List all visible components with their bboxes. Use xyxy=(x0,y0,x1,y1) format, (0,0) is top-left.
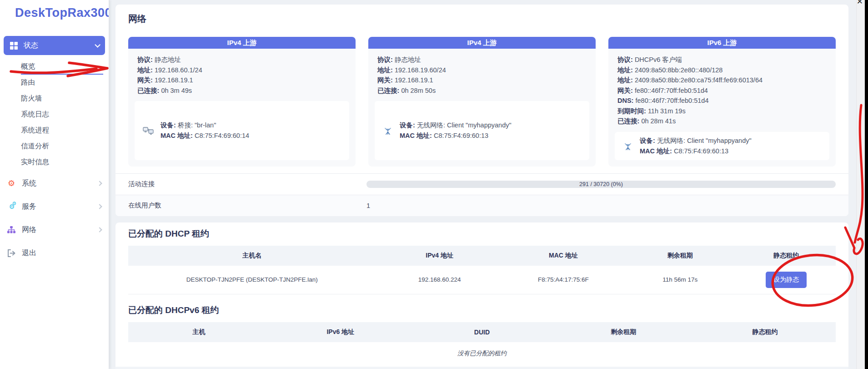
sitemap-icon xyxy=(7,226,16,233)
col-static-lease: 静态租约 xyxy=(737,246,836,266)
online-users-label: 在线用户数 xyxy=(128,201,366,210)
device-value: 桥接: "br-lan" xyxy=(178,121,216,129)
sidebar-group-status-label: 状态 xyxy=(24,41,38,51)
field-value: 2409:8a50:8bb:2e80:ca75:f4ff:fe69:6013/6… xyxy=(635,76,763,84)
empty-row: 没有已分配的租约 xyxy=(128,342,836,365)
field-value: 192.168.19.1 xyxy=(395,76,433,84)
upstream-card-title: IPv4 上游 xyxy=(128,37,356,49)
col-lease-remaining: 剩余租期 xyxy=(553,322,694,342)
device-text: 设备: 无线网络: Client "myhappyandy" MAC 地址: C… xyxy=(640,136,752,157)
cell-lease-remaining: 11h 56m 17s xyxy=(623,266,737,294)
online-users-value: 1 xyxy=(366,202,836,209)
mac-label: MAC 地址: xyxy=(400,132,432,139)
bridge-icon xyxy=(143,126,154,136)
field-label: 地址: xyxy=(137,66,153,74)
col-static-lease: 静态租约 xyxy=(694,322,836,342)
field-value: 192.168.19.60/24 xyxy=(395,66,446,74)
field-value: fe80::46f7:70ff:feb0:51d4 xyxy=(635,87,708,94)
close-icon[interactable]: ✕ xyxy=(857,0,863,6)
gears-icon: ⚙⚙ xyxy=(7,203,16,210)
sidebar-item-routes[interactable]: 路由 xyxy=(21,75,103,91)
sidebar-group-network[interactable]: 网络 xyxy=(0,220,109,240)
device-label: 设备: xyxy=(640,137,655,144)
mac-value: C8:75:F4:69:60:13 xyxy=(434,132,488,139)
sidebar-item-system-log[interactable]: 系统日志 xyxy=(21,106,103,122)
field-value: 0h 28m 50s xyxy=(401,87,436,94)
cell-mac: F8:75:A4:17:75:6F xyxy=(503,266,624,294)
sidebar-item-logout[interactable]: 退出 xyxy=(0,243,109,263)
status-grid-icon xyxy=(10,42,18,50)
progress-text: 291 / 30720 (0%) xyxy=(579,181,623,187)
upstream-card-details: 协议: 静态地址 地址: 192.168.60.1/24 网关: 192.168… xyxy=(128,49,356,96)
set-static-button[interactable]: 设为静态 xyxy=(766,272,807,288)
active-connections-row: 活动连接 291 / 30720 (0%) xyxy=(115,173,848,195)
connections-progress-bar: 291 / 30720 (0%) xyxy=(366,181,836,188)
no-leases-message: 没有已分配的租约 xyxy=(128,342,836,365)
field-value: 静态地址 xyxy=(155,56,181,63)
dhcpv6-leases-table: 主机 IPv6 地址 DUID 剩余租期 静态租约 没有已分配的租约 xyxy=(128,322,836,365)
upstream-card-details: 协议: 静态地址 地址: 192.168.19.60/24 网关: 192.16… xyxy=(368,49,596,96)
sidebar-item-overview[interactable]: 概览 xyxy=(21,59,103,75)
device-text: 设备: 桥接: "br-lan" MAC 地址: C8:75:F4:69:60:… xyxy=(161,120,249,141)
field-value: fe80::46f7:70ff:feb0:51d4 xyxy=(635,97,708,104)
field-label: 到期时间: xyxy=(617,107,646,115)
upstream-card-ipv4-wwan: IPv4 上游 协议: 静态地址 地址: 192.168.19.60/24 网关… xyxy=(368,37,596,167)
sidebar: DeskTopRax300 状态 概览 路由 防火墙 系统日志 系统进程 信道分… xyxy=(0,0,109,369)
field-label: 地址: xyxy=(377,66,393,74)
field-value: 192.168.60.1/24 xyxy=(155,66,202,74)
status-submenu: 概览 路由 防火墙 系统日志 系统进程 信道分析 实时信息 xyxy=(0,59,109,170)
active-connections-label: 活动连接 xyxy=(128,180,366,188)
wireless-icon xyxy=(623,141,633,151)
mac-value: C8:75:F4:69:60:13 xyxy=(674,147,728,155)
page-title: 网络 xyxy=(128,13,836,25)
field-label: 已连接: xyxy=(137,87,159,94)
table-header-row: 主机 IPv6 地址 DUID 剩余租期 静态租约 xyxy=(128,322,836,342)
app-logo: DeskTopRax300 xyxy=(0,0,109,20)
sidebar-item-processes[interactable]: 系统进程 xyxy=(21,122,103,138)
sidebar-item-channel-analysis[interactable]: 信道分析 xyxy=(21,138,103,154)
dhcp-leases-table: 主机名 IPv4 地址 MAC 地址 剩余租期 静态租约 DESKTOP-TJN… xyxy=(128,246,836,294)
mac-label: MAC 地址: xyxy=(161,132,193,139)
field-label: 协议: xyxy=(137,56,153,63)
device-value: 无线网络: Client "myhappyandy" xyxy=(657,137,752,144)
sidebar-group-services[interactable]: ⚙⚙ 服务 xyxy=(0,197,109,217)
logout-icon xyxy=(7,249,16,257)
sidebar-group-status[interactable]: 状态 xyxy=(4,36,105,55)
cell-ipv4: 192.168.60.224 xyxy=(376,266,503,294)
device-value: 无线网络: Client "myhappyandy" xyxy=(417,121,512,129)
chevron-right-icon xyxy=(97,204,102,209)
sidebar-group-system-label: 系统 xyxy=(22,179,36,188)
field-label: 已连接: xyxy=(617,117,639,125)
col-lease-remaining: 剩余租期 xyxy=(623,246,737,266)
scrollbar-track[interactable] xyxy=(856,0,865,369)
dhcp-leases-title: 已分配的 DHCP 租约 xyxy=(128,228,836,240)
field-label: 已连接: xyxy=(377,87,399,94)
sidebar-item-realtime-info[interactable]: 实时信息 xyxy=(21,154,103,170)
stats-section: 活动连接 291 / 30720 (0%) 在线用户数 1 xyxy=(115,173,848,216)
sidebar-item-firewall[interactable]: 防火墙 xyxy=(21,91,103,106)
screen-edge-strip xyxy=(865,0,868,369)
sidebar-group-network-label: 网络 xyxy=(22,225,36,235)
field-value: 0h 3m 49s xyxy=(161,87,192,94)
upstream-card-ipv6: IPv6 上游 协议: DHCPv6 客户端 地址: 2409:8a50:8bb… xyxy=(608,37,836,167)
chevron-down-icon xyxy=(95,42,100,48)
online-users-row: 在线用户数 1 xyxy=(115,195,848,216)
upstream-cards-row: IPv4 上游 协议: 静态地址 地址: 192.168.60.1/24 网关:… xyxy=(128,37,836,167)
upstream-card-title: IPv6 上游 xyxy=(608,37,836,49)
upstream-card-ipv4-lan: IPv4 上游 协议: 静态地址 地址: 192.168.60.1/24 网关:… xyxy=(128,37,356,167)
col-ipv4: IPv4 地址 xyxy=(376,246,503,266)
device-box: 设备: 无线网络: Client "myhappyandy" MAC 地址: C… xyxy=(615,132,829,160)
col-host: 主机 xyxy=(128,322,270,342)
wireless-icon xyxy=(383,126,393,136)
network-overview-card: 网络 IPv4 上游 协议: 静态地址 地址: 192.168.60.1/24 … xyxy=(115,5,848,216)
mac-label: MAC 地址: xyxy=(640,147,672,155)
device-label: 设备: xyxy=(161,121,176,129)
sidebar-group-system[interactable]: ⚙ 系统 xyxy=(0,173,109,193)
field-label: 地址: xyxy=(617,66,633,74)
field-value: 11h 31m 19s xyxy=(648,107,686,115)
upstream-card-details: 协议: DHCPv6 客户端 地址: 2409:8a50:8bb:2e80::4… xyxy=(608,49,836,126)
table-row: DESKTOP-TJN2PFE (DESKTOP-TJN2PFE.lan) 19… xyxy=(128,266,836,294)
device-text: 设备: 无线网络: Client "myhappyandy" MAC 地址: C… xyxy=(400,120,512,141)
field-value: 192.168.19.1 xyxy=(155,76,193,84)
col-hostname: 主机名 xyxy=(128,246,376,266)
